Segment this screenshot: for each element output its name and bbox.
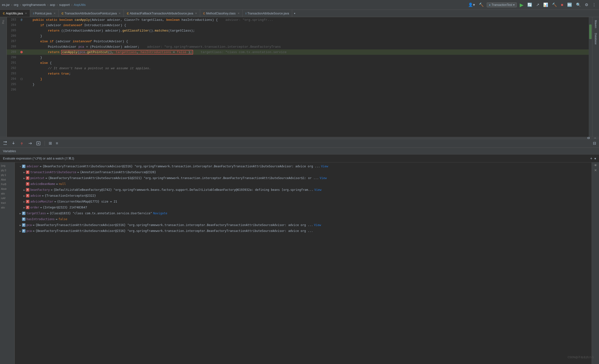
translate-button[interactable]: 🔤 xyxy=(566,2,573,8)
var-row-targetClass[interactable]: ▶ P targetClass = {Class@1833} "class co… xyxy=(15,210,592,216)
step-into-button[interactable] xyxy=(10,141,17,146)
breadcrumb-aop[interactable]: aop xyxy=(50,3,55,7)
var-row-beanFactory[interactable]: ▶ f beanFactory = {DefaultListableBeanFa… xyxy=(15,187,592,193)
var-row-adviceBeanName[interactable]: f adviceBeanName = null xyxy=(15,181,592,187)
tab-methodclasskey-close[interactable]: ✕ xyxy=(238,12,240,15)
var-toggle-advisor[interactable]: ▾ xyxy=(19,165,22,168)
run-config-indicator: ● xyxy=(489,3,491,7)
coverage-button[interactable]: 📊 xyxy=(542,2,549,8)
var-name-pointcut: pointcut xyxy=(30,176,45,180)
var-row-transactionAttributeSource[interactable]: ▶ f transactionAttributeSource = {Annota… xyxy=(15,169,592,175)
more-button[interactable]: ⋮ xyxy=(591,2,597,8)
rebuild-button[interactable]: 🔄 xyxy=(526,2,533,8)
tab-transactionattribute-close[interactable]: ✕ xyxy=(119,12,121,15)
breadcrumb-springframework[interactable]: springframework xyxy=(22,3,46,7)
breadcrumb-org[interactable]: org xyxy=(14,3,18,7)
var-link-pointcut[interactable]: View xyxy=(320,176,327,180)
var-row-adviceMonitor[interactable]: ▶ f adviceMonitor = {ConcurrentHashMap@1… xyxy=(15,199,592,205)
profile-button[interactable]: 👤▾ xyxy=(467,2,476,8)
var-val-adviceBeanName: null xyxy=(59,182,66,186)
code-line-295: 295 } xyxy=(7,82,589,87)
var-row-order[interactable]: ▶ f order = {Integer@2323} 2147483647 xyxy=(15,205,592,210)
breadcrumb-current[interactable]: AopUtils xyxy=(74,3,85,7)
eval-bar[interactable]: Evaluate expression (⌥F8) or add a watch… xyxy=(0,155,599,162)
var-row-advisor[interactable]: ▾ P advisor = {BeanFactoryTransactionAtt… xyxy=(15,163,592,169)
var-row-hasIntroductions[interactable]: P hasIntroductions = false xyxy=(15,216,592,222)
frames-button[interactable]: ⊞ xyxy=(48,140,53,146)
var-row-pca[interactable]: ▶ P pca = {BeanFactoryTransactionAttribu… xyxy=(15,222,592,228)
hammer-button[interactable]: 🔨 xyxy=(478,2,485,8)
tab-transactionattributesource[interactable]: I TransactionAttributeSource.java xyxy=(243,10,292,17)
var-toggle-adviceMonitor[interactable]: ▶ xyxy=(23,200,26,203)
breadcrumb-support[interactable]: support xyxy=(59,3,70,7)
var-name-pca: pca xyxy=(26,223,32,227)
var-toggle-targetClass[interactable]: ▶ xyxy=(19,212,22,215)
debug-panel-eye-button[interactable]: 👁 xyxy=(594,163,597,167)
var-toggle-order[interactable]: ▶ xyxy=(23,206,26,209)
var-row-pointcut[interactable]: ▶ f pointcut = {BeanFactoryTransactionAt… xyxy=(15,175,592,181)
maven-tab[interactable]: Maven xyxy=(593,18,598,30)
tab-overflow[interactable]: ▾ xyxy=(292,11,297,15)
step-out-button[interactable] xyxy=(19,141,25,146)
search-button[interactable]: 🔍 xyxy=(575,2,582,8)
tab-pointcut[interactable]: I Pointcut.java ✕ xyxy=(30,10,59,17)
code-line-291: 291 else { xyxy=(7,60,589,66)
var-toggle-txSource[interactable]: ▶ xyxy=(23,171,26,174)
build-button[interactable]: 🔨 xyxy=(551,2,558,8)
var-toggle-pointcut[interactable]: ▶ xyxy=(23,177,26,180)
var-val-adviceMonitor: {ConcurrentHashMap@1773} size = 21 xyxy=(57,200,117,203)
var-link-pca[interactable]: View xyxy=(314,223,321,227)
tab-aoputils-close[interactable]: ✕ xyxy=(25,12,27,15)
tab-transactionattribute[interactable]: C TransactionAttributeSourcePointcut.jav… xyxy=(59,10,124,17)
line-num-292: 292 xyxy=(7,67,19,70)
settings-button[interactable]: ⚙ xyxy=(584,2,589,8)
var-icon-advisor: P xyxy=(22,165,25,168)
tab-abstractfallback[interactable]: C AbstractFallbackTransactionAttributeSo… xyxy=(124,10,200,17)
panel-label-0: (org xyxy=(0,163,14,168)
sidebar-label: Pro xyxy=(2,20,5,24)
var-val-advice: {TransactionInterceptor@2322} xyxy=(45,194,96,197)
run-button[interactable]: ▶ xyxy=(519,1,524,8)
var-link-beanFactory[interactable]: View xyxy=(314,188,322,192)
database-tab[interactable]: Database xyxy=(593,31,598,46)
var-icon-targetClass: P xyxy=(22,212,25,215)
var-row-advice[interactable]: ▶ f advice = {TransactionInterceptor@232… xyxy=(15,193,592,199)
line-num-290: 290 xyxy=(7,56,19,59)
var-toggle-advice[interactable]: ▶ xyxy=(23,194,26,197)
var-toggle-beanFactory[interactable]: ▶ xyxy=(23,189,26,191)
scrollbar-thumb[interactable] xyxy=(589,24,592,39)
var-icon-advice: f xyxy=(26,194,29,197)
panel-label-6: atio xyxy=(0,191,14,196)
debug-panel-x-button[interactable]: ✕ xyxy=(594,168,597,172)
panel-divider[interactable]: ⚙ − xyxy=(0,137,599,139)
tab-abstractfallback-close[interactable]: ✕ xyxy=(195,12,197,15)
eval-add-button[interactable]: + xyxy=(590,156,592,161)
code-editor[interactable]: 283 @ public static boolean canApply(Adv… xyxy=(7,17,589,137)
breadcrumb-jar[interactable]: es.jar xyxy=(2,3,10,7)
var-val-bottom: {BeanFactoryTransactionAttributeSourceAd… xyxy=(35,229,313,233)
debug-right-panel: 👁 ✕ xyxy=(592,162,599,364)
tab-pointcut-close[interactable]: ✕ xyxy=(54,12,56,15)
layout-button[interactable]: ⊟ xyxy=(592,140,597,146)
evaluate-button[interactable] xyxy=(35,141,42,146)
run-config[interactable]: ● TransactionTest ▾ xyxy=(487,2,517,7)
run-config-dropdown-arrow[interactable]: ▾ xyxy=(513,3,515,7)
eval-dropdown-button[interactable]: ▾ xyxy=(594,156,596,161)
var-toggle-bottom[interactable]: ▶ xyxy=(19,230,22,232)
run-cursor-button[interactable] xyxy=(27,141,33,146)
line-num-289: 289 xyxy=(7,50,19,54)
var-icon-pointcut: f xyxy=(26,176,29,180)
var-link-targetClass[interactable]: Navigate xyxy=(153,212,167,215)
step-over-button[interactable] xyxy=(2,141,8,146)
tab-methodclasskey[interactable]: C MethodClassKey.class ✕ xyxy=(200,10,242,17)
var-link-advisor[interactable]: View xyxy=(321,165,328,168)
code-lines: 283 @ public static boolean canApply(Adv… xyxy=(7,17,589,92)
var-row-bottom[interactable]: ▶ P pca = {BeanFactoryTransactionAttribu… xyxy=(15,228,592,234)
stream-button[interactable]: ≡ xyxy=(55,141,59,146)
tab-aoputils[interactable]: C AopUtils.java ✕ xyxy=(0,10,30,17)
step-button[interactable]: ↗ xyxy=(535,2,540,8)
stop-button[interactable]: ■ xyxy=(560,2,564,8)
line-num-286: 286 xyxy=(7,34,19,38)
var-toggle-pca[interactable]: ▶ xyxy=(19,224,22,227)
editor-scrollbar[interactable] xyxy=(589,17,592,137)
